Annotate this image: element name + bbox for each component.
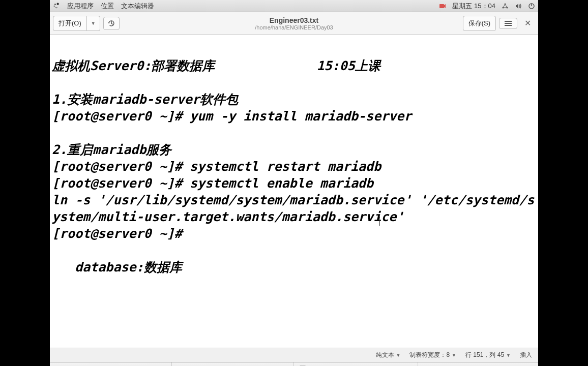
svg-point-2 <box>54 5 55 6</box>
cursor-position[interactable]: 行 151，列 45 ▼ <box>465 351 511 359</box>
text-line: [root@server0 ~]# systemctl restart mari… <box>52 159 381 174</box>
open-button[interactable]: 打开(O) <box>53 16 87 31</box>
text-line: [root@server0 ~]# yum -y install mariadb… <box>52 109 411 124</box>
tabwidth-selector[interactable]: 制表符宽度：8 ▼ <box>409 351 456 359</box>
gnome-logo-icon <box>53 3 60 10</box>
power-icon[interactable] <box>528 3 535 10</box>
datetime-label[interactable]: 星期五 15：04 <box>452 2 495 11</box>
text-line: [root@server0 ~]# <box>52 226 190 241</box>
text-editor-area[interactable]: 虚拟机Server0:部署数据库15:05上课 1.安装mariadb-serv… <box>50 35 538 348</box>
recording-icon <box>439 3 446 10</box>
apps-menu[interactable]: 应用程序 <box>67 2 94 11</box>
svg-rect-3 <box>439 4 444 8</box>
svg-point-0 <box>56 3 58 5</box>
recent-button[interactable] <box>103 17 120 30</box>
places-menu[interactable]: 位置 <box>101 2 114 11</box>
text-line: 2.重启mariadb服务 <box>52 142 171 157</box>
text-line: [root@server0 ~]# systemctl enable maria… <box>52 176 373 191</box>
text-line: 虚拟机Server0:部署数据库 <box>52 57 215 74</box>
network-icon[interactable] <box>502 3 509 10</box>
text-cursor <box>379 217 380 226</box>
document-path: /home/haha/ENGINEER/Day03 <box>255 24 333 30</box>
taskbar-item-browser[interactable]: 达内Linux云计算学院 <box>50 362 172 366</box>
taskbar-item-editor[interactable]: Engineer03.txt (/home/haha/ENGIN… <box>294 362 418 366</box>
syntax-selector[interactable]: 纯文本 ▼ <box>376 351 401 359</box>
text-line: 1.安装mariadb-server软件包 <box>52 92 238 107</box>
save-button[interactable]: 保存(S) <box>463 16 496 31</box>
text-line: ln -s '/usr/lib/systemd/system/mariadb.s… <box>52 193 534 224</box>
document-title: Engineer03.txt <box>255 16 333 24</box>
svg-point-1 <box>54 4 56 5</box>
volume-icon[interactable] <box>515 3 522 10</box>
editor-toolbar: 打开(O) ▼ Engineer03.txt /home/haha/ENGINE… <box>50 12 538 35</box>
close-button[interactable]: ✕ <box>520 18 535 28</box>
taskbar-item-terminal[interactable]: root@server0:~ <box>172 362 294 366</box>
hamburger-icon <box>505 21 512 26</box>
insert-mode: 插入 <box>520 351 532 359</box>
taskbar: 达内Linux云计算学院 root@server0:~ Engineer03.t… <box>50 362 538 366</box>
text-line: database:数据库 <box>52 260 182 274</box>
text-line: 15:05上课 <box>316 57 380 74</box>
active-app-label[interactable]: 文本编辑器 <box>121 2 154 11</box>
system-topbar: 应用程序 位置 文本编辑器 星期五 15：04 <box>50 0 538 12</box>
open-dropdown[interactable]: ▼ <box>87 16 100 31</box>
hamburger-menu-button[interactable] <box>499 18 517 29</box>
editor-statusbar: 纯文本 ▼ 制表符宽度：8 ▼ 行 151，列 45 ▼ 插入 <box>50 348 538 362</box>
